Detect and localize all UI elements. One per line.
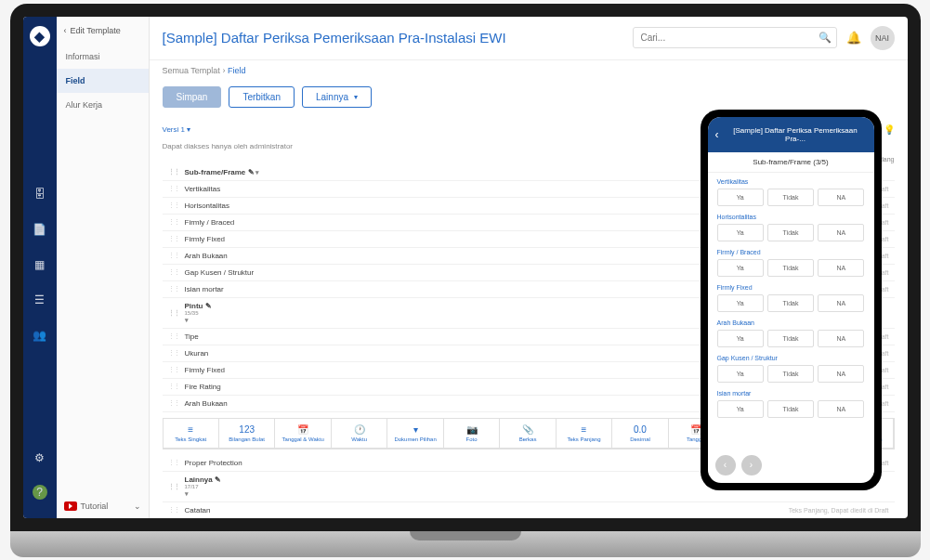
phone-option[interactable]: Tidak [767, 400, 814, 418]
crumb-current: Field [228, 66, 246, 75]
phone-option[interactable]: Ya [717, 224, 764, 241]
tutorial-label: Tutorial [81, 501, 109, 511]
phone-option[interactable]: Ya [717, 259, 764, 277]
drag-icon[interactable]: ⋮⋮ [168, 285, 179, 293]
drag-icon[interactable]: ⋮⋮ [168, 268, 179, 276]
phone-option[interactable]: Ya [717, 365, 764, 383]
people-icon[interactable]: 👥 [32, 327, 48, 344]
phone-field: Firmly FixedYaTidakNA [717, 284, 865, 312]
tool-icon: 📅 [279, 424, 326, 435]
tool-teks-singkat[interactable]: ≡Teks Singkat [164, 419, 219, 449]
sidebar-item-informasi[interactable]: Informasi [57, 45, 149, 69]
phone-option[interactable]: Tidak [767, 330, 814, 347]
help-icon[interactable]: ? [33, 485, 47, 500]
save-button[interactable]: Simpan [163, 86, 222, 108]
youtube-icon [64, 501, 77, 511]
phone-option[interactable]: Tidak [767, 189, 814, 206]
app-logo[interactable]: ◆ [30, 26, 50, 46]
search-input[interactable] [633, 27, 837, 48]
tool-foto[interactable]: 📷Foto [444, 419, 500, 449]
phone-option[interactable]: NA [818, 294, 864, 312]
drag-icon[interactable]: ⋮⋮ [168, 309, 179, 317]
phone-option[interactable]: NA [818, 224, 864, 241]
phone-subtitle: Sub-frame/Frame (3/5) [708, 152, 874, 173]
chevron-down-icon: ⌄ [134, 501, 141, 511]
search-icon[interactable]: 🔍 [819, 32, 832, 44]
tool-tanggal-&-waktu[interactable]: 📅Tanggal & Waktu [275, 419, 331, 449]
version-selector[interactable]: Versi 1 ▾ [163, 125, 191, 134]
document-icon[interactable]: 📄 [32, 221, 48, 238]
tool-bilangan-bulat[interactable]: 123Bilangan Bulat [219, 419, 275, 449]
tool-waktu[interactable]: 🕐Waktu [332, 419, 387, 449]
drag-icon[interactable]: ⋮⋮ [168, 252, 179, 259]
drag-icon[interactable]: ⋮⋮ [168, 185, 179, 192]
drag-icon[interactable]: ⋮⋮ [168, 332, 179, 340]
drag-icon[interactable]: ⋮⋮ [168, 506, 179, 514]
phone-option[interactable]: Ya [717, 400, 764, 418]
tool-icon: 0.0 [616, 424, 663, 435]
topbar: [Sample] Daftar Periksa Pemeriksaan Pra-… [150, 17, 908, 60]
tool-icon: 📷 [448, 424, 495, 435]
phone-option[interactable]: NA [818, 189, 864, 206]
page-title: [Sample] Daftar Periksa Pemeriksaan Pra-… [163, 30, 506, 46]
phone-title: [Sample] Daftar Periksa Pemeriksaan Pra-… [725, 126, 867, 143]
drag-icon[interactable]: ⋮⋮ [168, 483, 179, 490]
field-row[interactable]: ⋮⋮CatatanTeks Panjang, Dapat diedit di D… [163, 502, 895, 518]
phone-option[interactable]: Ya [717, 189, 764, 206]
phone-option[interactable]: NA [818, 330, 864, 347]
drag-icon[interactable]: ⋮⋮ [168, 383, 179, 390]
briefcase-icon[interactable]: 🗄 [32, 186, 48, 202]
publish-button[interactable]: Terbitkan [229, 86, 295, 108]
drag-icon[interactable]: ⋮⋮ [168, 202, 179, 209]
tool-berkas[interactable]: 📎Berkas [500, 419, 556, 449]
phone-field-label: Firmly Fixed [717, 284, 865, 291]
phone-option[interactable]: Ya [717, 294, 764, 312]
phone-next-button[interactable]: › [741, 455, 762, 475]
phone-option[interactable]: NA [818, 365, 864, 383]
tool-teks-panjang[interactable]: ≡Teks Panjang [557, 419, 612, 449]
phone-option[interactable]: Tidak [767, 365, 814, 383]
more-button[interactable]: Lainnya [302, 86, 372, 108]
drag-icon[interactable]: ⋮⋮ [168, 235, 179, 242]
breadcrumb: Semua Templat › Field [150, 60, 908, 81]
tool-icon: ≡ [560, 424, 608, 435]
phone-option[interactable]: NA [818, 400, 864, 418]
crumb-root[interactable]: Semua Templat [163, 66, 220, 75]
drag-icon[interactable]: ⋮⋮ [168, 218, 179, 226]
tool-icon: ▾ [391, 424, 439, 435]
phone-option[interactable]: Ya [717, 330, 764, 347]
phone-field-label: Arah Bukaan [717, 319, 865, 326]
phone-option[interactable]: Tidak [767, 294, 814, 312]
tool-dokumen-pilihan[interactable]: ▾Dokumen Pilihan [387, 419, 443, 449]
drag-icon[interactable]: ⋮⋮ [168, 366, 179, 373]
drag-icon[interactable]: ⋮⋮ [168, 459, 179, 466]
avatar[interactable]: NAI [871, 26, 895, 50]
nav-rail: ◆ 🗄 📄 ▦ ☰ 👥 ⚙ ? [23, 17, 57, 518]
phone-prev-button[interactable]: ‹ [715, 455, 736, 475]
back-link[interactable]: ‹ Edit Template [57, 17, 149, 45]
bell-icon[interactable]: 🔔 [846, 31, 861, 45]
sidebar-item-alur-kerja[interactable]: Alur Kerja [57, 93, 149, 117]
drag-icon[interactable]: ⋮⋮ [168, 399, 179, 407]
tool-desimal[interactable]: 0.0Desimal [612, 419, 668, 449]
phone-field-label: Horisontalitas [717, 214, 865, 220]
access-note-text: Dapat diakses hanya oleh administrator [163, 142, 294, 150]
drag-icon[interactable]: ⋮⋮ [168, 168, 179, 176]
grid-icon[interactable]: ▦ [32, 256, 48, 273]
phone-option[interactable]: NA [818, 259, 864, 277]
phone-back-icon[interactable]: ‹ [715, 128, 719, 141]
phone-option[interactable]: Tidak [767, 224, 814, 241]
list-icon[interactable]: ☰ [32, 292, 48, 308]
phone-option[interactable]: Tidak [767, 259, 814, 277]
phone-field-label: Firmly / Braced [717, 249, 865, 255]
bulb-icon[interactable]: 💡 [884, 124, 895, 135]
phone-field-label: Gap Kusen / Struktur [717, 355, 865, 361]
settings-icon[interactable]: ⚙ [32, 449, 48, 466]
tool-icon: ≡ [167, 424, 215, 435]
phone-header: ‹ [Sample] Daftar Periksa Pemeriksaan Pr… [708, 117, 874, 152]
drag-icon[interactable]: ⋮⋮ [168, 349, 179, 357]
tutorial-link[interactable]: Tutorial ⌄ [57, 494, 149, 518]
phone-field: VertikalitasYaTidakNA [717, 178, 865, 206]
sidebar-item-field[interactable]: Field [57, 69, 149, 93]
tool-icon: 🕐 [335, 424, 383, 435]
